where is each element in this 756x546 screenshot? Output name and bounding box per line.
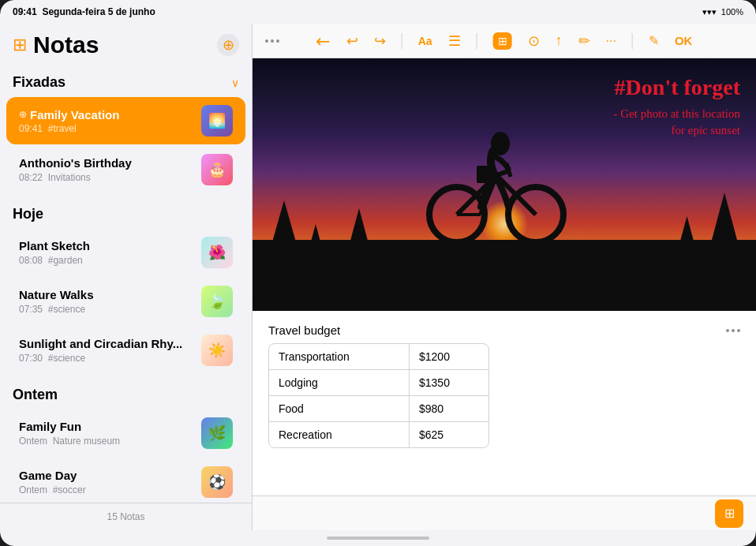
yesterday-section-header: Ontem xyxy=(0,376,252,408)
toolbar-drag-dots xyxy=(265,39,279,43)
back-button[interactable]: ↙ xyxy=(311,28,335,53)
note-item-sunlight[interactable]: Sunlight and Circadian Rhy... 07:30 #sci… xyxy=(6,327,245,374)
note-title-plant: Plant Sketch xyxy=(19,239,90,252)
budget-amount-transportation: $1200 xyxy=(410,344,488,369)
undo-button[interactable]: ↩ xyxy=(346,32,358,50)
yesterday-section-title: Ontem xyxy=(13,387,58,403)
note-time-sunlight: 07:30 xyxy=(19,353,43,364)
note-time-plant: 08:08 xyxy=(19,255,43,266)
budget-row-food: Food $980 xyxy=(269,396,488,422)
note-item-anthonios-birthday[interactable]: Anthonio's Birthday 08:22 Invitations 🎂 xyxy=(6,146,245,193)
note-thumbnail-game-day: ⚽ xyxy=(201,466,233,498)
note-content: #Don't forget - Get photo at this locati… xyxy=(253,58,756,496)
budget-amount-recreation[interactable]: $625 xyxy=(410,422,488,447)
note-tag-game-day: #soccer xyxy=(53,484,86,496)
toolbar: ↙ ↩ ↪ Aa ☰ ⊞ ⊙ ↑ ✏ ··· ✎ OK xyxy=(253,24,756,58)
note-time-birthday: 08:22 xyxy=(19,172,43,183)
svg-rect-11 xyxy=(477,166,491,183)
list-button[interactable]: ☰ xyxy=(448,32,461,50)
note-item-game-day[interactable]: Game Day Ontem #soccer ⚽ xyxy=(6,458,245,503)
font-button[interactable]: Aa xyxy=(418,35,432,47)
note-title-family-vacation: Family Vacation xyxy=(30,108,119,122)
note-title-birthday: Anthonio's Birthday xyxy=(19,156,132,170)
edit-button[interactable]: ✎ xyxy=(649,33,659,48)
note-thumbnail-nature: 🍃 xyxy=(201,286,233,317)
handwritten-line2: for epic sunset xyxy=(672,124,740,136)
pin-icon: ⊕ xyxy=(19,109,27,120)
note-hero-image: #Don't forget - Get photo at this locati… xyxy=(253,58,756,311)
dot-3 xyxy=(737,329,740,332)
note-tag-nature: #science xyxy=(48,304,85,315)
ok-button[interactable]: OK xyxy=(675,34,693,47)
note-area-wrapper: ↙ ↩ ↪ Aa ☰ ⊞ ⊙ ↑ ✏ ··· ✎ OK xyxy=(253,24,756,530)
budget-more-button[interactable] xyxy=(726,329,740,332)
travel-budget-header: Travel budget xyxy=(268,323,740,337)
handwritten-line1: - Get photo at this location xyxy=(614,107,740,120)
home-indicator xyxy=(0,530,756,546)
note-item-family-fun[interactable]: Family Fun Ontem Nature museum 🌿 xyxy=(6,410,245,457)
budget-amount-lodging: $1350 xyxy=(410,370,488,395)
today-section-header: Hoje xyxy=(0,195,252,227)
handwritten-subtitle: - Get photo at this location for epic su… xyxy=(614,106,740,139)
note-meta-sunlight: 07:30 #science xyxy=(19,353,193,364)
note-meta-nature: 07:35 #science xyxy=(19,304,193,315)
note-item-family-vacation[interactable]: ⊕ Family Vacation 09:41 #travel 🌅 xyxy=(6,97,245,144)
note-tag: #travel xyxy=(48,123,77,134)
note-meta-birthday: 08:22 Invitations xyxy=(19,172,193,183)
redo-button[interactable]: ↪ xyxy=(374,32,386,50)
note-title-game-day: Game Day xyxy=(19,469,77,482)
note-thumbnail-family-vacation: 🌅 xyxy=(201,105,233,136)
status-bar: 09:41 Segunda-feira 5 de junho ▾▾▾ 100% xyxy=(0,0,756,24)
sidebar-toggle-btn[interactable]: ⊞ xyxy=(13,35,27,55)
note-time-game-day: Ontem xyxy=(19,484,47,496)
notes-count: 15 Notas xyxy=(107,511,144,522)
main-content: ⊞ Notas ⊕ Fixadas ∨ ⊕ Family Vacation xyxy=(0,24,756,530)
note-item-content-birthday: Anthonio's Birthday 08:22 Invitations xyxy=(19,156,193,183)
note-meta-family-vacation: 09:41 #travel xyxy=(19,123,193,134)
budget-row-recreation[interactable]: Recreation $625 xyxy=(269,422,488,447)
budget-row-lodging: Lodging $1350 xyxy=(269,370,488,396)
camera-button[interactable]: ⊙ xyxy=(528,32,540,50)
note-item-plant-sketch[interactable]: Plant Sketch 08:08 #garden 🌺 xyxy=(6,229,245,276)
sidebar-add-button[interactable]: ⊕ xyxy=(217,34,239,56)
note-item-content-plant: Plant Sketch 08:08 #garden xyxy=(19,239,193,266)
note-item-content: ⊕ Family Vacation 09:41 #travel xyxy=(19,108,193,134)
note-tag-birthday: Invitations xyxy=(48,172,91,183)
budget-amount-food: $980 xyxy=(410,396,488,421)
budget-category-recreation: Recreation xyxy=(269,422,410,447)
sidebar: ⊞ Notas ⊕ Fixadas ∨ ⊕ Family Vacation xyxy=(0,24,253,530)
note-item-content-nature: Nature Walks 07:35 #science xyxy=(19,288,193,315)
note-item-content-sunlight: Sunlight and Circadian Rhy... 07:30 #sci… xyxy=(19,337,193,364)
toolbar-divider-3 xyxy=(632,33,633,49)
pinned-chevron-icon[interactable]: ∨ xyxy=(231,77,239,89)
budget-category-food: Food xyxy=(269,396,410,421)
note-tag-sunlight: #science xyxy=(48,353,85,364)
note-title-nature: Nature Walks xyxy=(19,288,93,301)
home-bar xyxy=(327,537,429,540)
dot-2 xyxy=(732,329,735,332)
status-time: 09:41 xyxy=(13,6,37,17)
toolbar-divider-2 xyxy=(477,33,477,49)
note-item-nature-walks[interactable]: Nature Walks 07:35 #science 🍃 xyxy=(6,278,245,325)
sidebar-header: ⊞ Notas ⊕ xyxy=(0,24,252,63)
note-thumbnail-plant: 🌺 xyxy=(201,237,233,268)
note-item-content-game-day: Game Day Ontem #soccer xyxy=(19,469,193,496)
note-time-nature: 07:35 xyxy=(19,304,43,315)
more-button[interactable]: ··· xyxy=(606,34,616,48)
share-button[interactable]: ↑ xyxy=(556,32,563,49)
status-indicators: ▾▾▾ 100% xyxy=(702,7,743,17)
pencil-button[interactable]: ✏ xyxy=(578,32,590,50)
sidebar-title: Notas xyxy=(27,32,217,58)
dot-1 xyxy=(726,329,729,332)
table-icon-button[interactable]: ⊞ xyxy=(715,499,743,528)
note-time-family-fun: Ontem xyxy=(19,436,47,447)
note-thumbnail-family-fun: 🌿 xyxy=(201,417,233,449)
battery-icon: 100% xyxy=(721,7,743,17)
toolbar-left xyxy=(265,39,279,43)
table-button[interactable]: ⊞ xyxy=(493,32,512,50)
budget-category-lodging: Lodging xyxy=(269,370,410,395)
note-tag-family-fun: Nature museum xyxy=(53,436,120,447)
note-meta-family-fun: Ontem Nature museum xyxy=(19,436,193,447)
notes-list: Fixadas ∨ ⊕ Family Vacation 09:41 #trave… xyxy=(0,63,252,503)
note-meta-game-day: Ontem #soccer xyxy=(19,484,193,496)
